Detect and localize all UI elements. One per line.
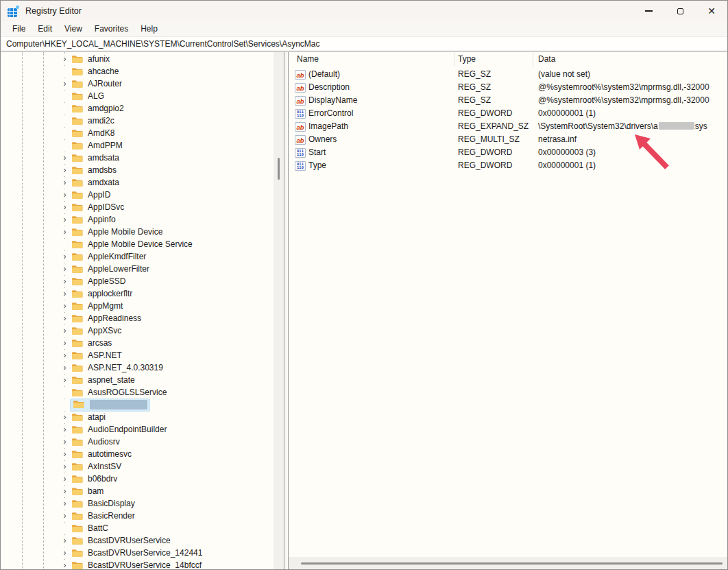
tree-item-bam[interactable]: ›bam bbox=[1, 485, 273, 497]
tree-item-appidsvc[interactable]: ›AppIDSvc bbox=[1, 201, 273, 213]
registry-value-row-type[interactable]: 011 110TypeREG_DWORD0x00000001 (1) bbox=[289, 160, 727, 173]
chevron-right-icon[interactable]: › bbox=[60, 54, 70, 64]
menu-item-favorites[interactable]: Favorites bbox=[88, 23, 134, 35]
tree-item-applekmdffilter[interactable]: ›AppleKmdfFilter bbox=[1, 250, 273, 263]
chevron-right-icon[interactable]: › bbox=[60, 375, 70, 385]
chevron-right-icon[interactable]: › bbox=[60, 461, 70, 472]
registry-value-row-description[interactable]: abDescriptionREG_SZ@%systemroot%\system3… bbox=[289, 82, 727, 95]
tree-item-appinfo[interactable]: ›Appinfo bbox=[1, 213, 273, 226]
tree-item-bcastdvruserservice[interactable]: ›BcastDVRUserService bbox=[1, 534, 273, 547]
chevron-right-icon[interactable]: › bbox=[60, 362, 70, 373]
chevron-right-icon[interactable]: › bbox=[60, 189, 70, 200]
column-separator[interactable] bbox=[533, 53, 533, 67]
chevron-right-icon[interactable]: › bbox=[60, 276, 70, 287]
tree-item-bcastdvruserservice-142441[interactable]: ›BcastDVRUserService_142441 bbox=[1, 547, 273, 559]
tree-item-battc[interactable]: ›BattC bbox=[1, 522, 273, 534]
chevron-right-icon[interactable]: › bbox=[60, 547, 70, 558]
chevron-right-icon[interactable]: › bbox=[60, 214, 70, 225]
chevron-right-icon[interactable]: › bbox=[60, 177, 70, 188]
tree-item-ahcache[interactable]: ›ahcache bbox=[1, 65, 273, 78]
tree-item-amdppm[interactable]: ›AmdPPM bbox=[1, 139, 273, 152]
chevron-right-icon[interactable]: › bbox=[60, 350, 70, 361]
registry-value-row-start[interactable]: 011 110StartREG_DWORD0x00000003 (3) bbox=[289, 147, 727, 160]
chevron-right-icon[interactable]: › bbox=[60, 152, 70, 163]
menu-item-view[interactable]: View bbox=[58, 23, 88, 35]
chevron-right-icon[interactable]: › bbox=[60, 412, 70, 423]
close-button[interactable]: ✕ bbox=[696, 1, 727, 21]
column-separator[interactable] bbox=[454, 53, 454, 67]
tree-item-amdsata[interactable]: ›amdsata bbox=[1, 152, 273, 164]
tree-item-asusroglslservice[interactable]: ›AsusROGLSLService bbox=[1, 386, 273, 399]
chevron-right-icon[interactable]: › bbox=[60, 78, 70, 89]
menu-item-help[interactable]: Help bbox=[134, 23, 164, 35]
tree-item-audiosrv[interactable]: ›Audiosrv bbox=[1, 436, 273, 448]
tree-item-appreadiness[interactable]: ›AppReadiness bbox=[1, 312, 273, 324]
scrollbar-thumb[interactable] bbox=[278, 158, 280, 180]
chevron-right-icon[interactable]: › bbox=[60, 424, 70, 435]
registry-value-row-displayname[interactable]: abDisplayNameREG_SZ@%systemroot%\system3… bbox=[289, 95, 727, 108]
tree-item-autotimesvc[interactable]: ›autotimesvc bbox=[1, 448, 273, 460]
tree-item-audioendpointbuilder[interactable]: ›AudioEndpointBuilder bbox=[1, 423, 273, 436]
registry-value-row-default[interactable]: ab(Default)REG_SZ(value not set) bbox=[289, 69, 727, 82]
chevron-right-icon[interactable]: › bbox=[60, 498, 70, 509]
tree-item-appmgmt[interactable]: ›AppMgmt bbox=[1, 300, 273, 312]
chevron-right-icon[interactable]: › bbox=[60, 226, 70, 237]
tree-item-b06bdrv[interactable]: ›b06bdrv bbox=[1, 473, 273, 485]
chevron-right-icon[interactable]: › bbox=[60, 165, 70, 176]
tree-item-asp-net-4-0-30319[interactable]: ›ASP.NET_4.0.30319 bbox=[1, 361, 273, 374]
tree-item-applockerfltr[interactable]: ›applockerfltr bbox=[1, 287, 273, 300]
menu-item-file[interactable]: File bbox=[6, 23, 32, 35]
tree-item-alg[interactable]: ›ALG bbox=[1, 90, 273, 102]
tree-item-amdi2c[interactable]: ›amdi2c bbox=[1, 115, 273, 127]
tree-item-amdk8[interactable]: ›AmdK8 bbox=[1, 127, 273, 139]
column-header-name[interactable]: Name bbox=[297, 54, 319, 64]
tree-item-basicrender[interactable]: ›BasicRender bbox=[1, 510, 273, 522]
registry-value-row-owners[interactable]: abOwnersREG_MULTI_SZnetrasa.inf bbox=[289, 134, 727, 147]
chevron-right-icon[interactable]: › bbox=[60, 449, 70, 460]
chevron-right-icon[interactable]: › bbox=[60, 337, 70, 348]
chevron-right-icon[interactable]: › bbox=[60, 251, 70, 262]
tree-item-amdxata[interactable]: ›amdxata bbox=[1, 176, 273, 189]
tree-item-appid[interactable]: ›AppID bbox=[1, 189, 273, 201]
chevron-right-icon[interactable]: › bbox=[60, 300, 70, 311]
registry-value-row-errorcontrol[interactable]: 011 110ErrorControlREG_DWORD0x00000001 (… bbox=[289, 108, 727, 121]
tree-item-arcsas[interactable]: ›arcsas bbox=[1, 337, 273, 349]
chevron-right-icon[interactable]: › bbox=[60, 313, 70, 324]
tree-item-atapi[interactable]: ›atapi bbox=[1, 411, 273, 423]
chevron-right-icon[interactable]: › bbox=[60, 560, 70, 569]
tree-item-apple-mobile-device[interactable]: ›Apple Mobile Device bbox=[1, 226, 273, 238]
chevron-right-icon[interactable]: › bbox=[60, 486, 70, 497]
chevron-right-icon[interactable]: › bbox=[60, 263, 70, 274]
chevron-right-icon[interactable]: › bbox=[60, 202, 70, 213]
tree-item-axinstsv[interactable]: ›AxInstSV bbox=[1, 460, 273, 473]
tree-item-apple-mobile-device-service[interactable]: ›Apple Mobile Device Service bbox=[1, 238, 273, 250]
tree-item-asp-net[interactable]: ›ASP.NET bbox=[1, 349, 273, 361]
maximize-button[interactable] bbox=[664, 1, 696, 21]
minimize-button[interactable] bbox=[633, 1, 664, 21]
chevron-right-icon[interactable]: › bbox=[60, 510, 70, 521]
chevron-right-icon[interactable]: › bbox=[60, 325, 70, 336]
tree-item-selected-key[interactable]: › bbox=[1, 399, 273, 411]
menu-item-edit[interactable]: Edit bbox=[32, 23, 58, 35]
tree-item-appxsvc[interactable]: ›AppXSvc bbox=[1, 324, 273, 337]
tree-item-applessd[interactable]: ›AppleSSD bbox=[1, 275, 273, 287]
values-horizontal-scrollbar[interactable] bbox=[289, 557, 727, 569]
tree-item-afunix[interactable]: ›afunix bbox=[1, 53, 273, 65]
tree-item-ajrouter[interactable]: ›AJRouter bbox=[1, 78, 273, 90]
chevron-right-icon[interactable]: › bbox=[60, 288, 70, 299]
tree-item-applelowerfilter[interactable]: ›AppleLowerFilter bbox=[1, 263, 273, 275]
tree-item-bcastdvruserservice-14bfccf[interactable]: ›BcastDVRUserService_14bfccf bbox=[1, 559, 273, 569]
tree-item-basicdisplay[interactable]: ›BasicDisplay bbox=[1, 497, 273, 510]
scrollbar-thumb[interactable] bbox=[301, 562, 723, 565]
chevron-right-icon[interactable]: › bbox=[60, 436, 70, 447]
tree-item-amdsbs[interactable]: ›amdsbs bbox=[1, 164, 273, 176]
tree-vertical-scrollbar[interactable] bbox=[274, 52, 284, 569]
address-bar[interactable]: Computer\HKEY_LOCAL_MACHINE\SYSTEM\Curre… bbox=[1, 36, 727, 51]
tree-item-amdgpio2[interactable]: ›amdgpio2 bbox=[1, 102, 273, 115]
chevron-right-icon[interactable]: › bbox=[60, 473, 70, 484]
tree-item-aspnet-state[interactable]: ›aspnet_state bbox=[1, 374, 273, 386]
chevron-right-icon[interactable]: › bbox=[60, 535, 70, 546]
column-header-type[interactable]: Type bbox=[458, 54, 476, 64]
registry-value-row-imagepath[interactable]: abImagePathREG_EXPAND_SZ\SystemRoot\Syst… bbox=[289, 121, 727, 134]
column-header-data[interactable]: Data bbox=[538, 54, 555, 64]
